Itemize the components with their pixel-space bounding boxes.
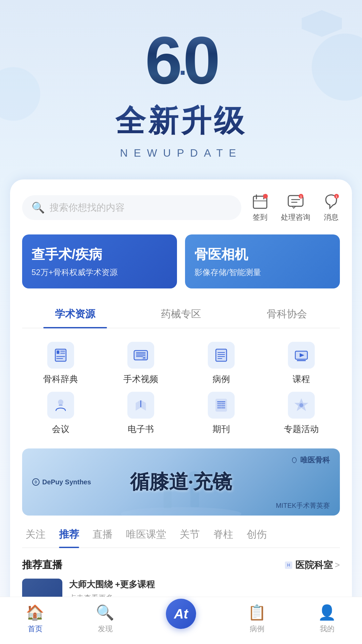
nav-home[interactable]: 🏠 首页 <box>26 604 44 634</box>
journal-icon <box>208 392 235 419</box>
course-icon <box>288 342 315 369</box>
explore-icon: 🔍 <box>96 604 114 621</box>
checkin-icon <box>251 193 269 210</box>
live-title: 大师大围绕 +更多课程 <box>69 579 340 590</box>
at-symbol: At <box>174 606 188 622</box>
grid-item-activity[interactable]: 专题活动 <box>263 392 340 435</box>
ebook-icon <box>127 392 154 419</box>
grid-item-video[interactable]: 手术视频 <box>103 342 180 385</box>
nav-center-button[interactable]: At <box>166 609 196 629</box>
profile-icon: 👤 <box>318 604 336 621</box>
promotion-banner[interactable]: D DePuy Synthes 循膝道·充镜 唯医骨科 MITEK手术菁英赛 <box>22 448 340 516</box>
camera-subtitle: 影像存储/智能测量 <box>194 268 261 277</box>
hospital-title: 医院科室 <box>295 559 333 572</box>
case-icon <box>208 342 235 369</box>
svg-text:H: H <box>287 563 290 568</box>
video-icon <box>127 342 154 369</box>
dict-icon <box>47 342 74 369</box>
version-number: 6.0 <box>0 27 362 94</box>
banner-sub-text: MITEK手术菁英赛 <box>276 501 330 510</box>
icon-grid: 骨科辞典 手术视频 <box>22 342 340 435</box>
tab-pharma[interactable]: 药械专区 <box>128 301 234 328</box>
tab-joint[interactable]: 关节 <box>180 528 200 547</box>
hospital-link[interactable]: > <box>335 560 340 570</box>
grid-item-meeting[interactable]: 会议 <box>22 392 99 435</box>
tab-weiyi[interactable]: 唯医课堂 <box>126 528 166 547</box>
ebook-label: 电子书 <box>128 423 154 435</box>
grid-item-journal[interactable]: 期刊 <box>183 392 260 435</box>
nav-home-label: 首页 <box>28 624 43 634</box>
bottom-navigation: 🏠 首页 🔍 发现 At 📋 病例 👤 我的 <box>0 597 362 644</box>
search-bar[interactable]: 🔍 搜索你想找的内容 <box>22 195 241 220</box>
tab-recommend[interactable]: 推荐 <box>59 528 79 547</box>
header-icons: 签到 1 处理咨询 <box>251 193 340 222</box>
checkin-button[interactable]: 签到 <box>251 193 269 222</box>
svg-point-4 <box>263 194 268 199</box>
grid-item-case[interactable]: 病例 <box>183 342 260 385</box>
checkin-label: 签到 <box>253 212 267 222</box>
banner-art-text: 循膝道·充镜 <box>130 469 232 495</box>
grid-item-ebook[interactable]: 电子书 <box>103 392 180 435</box>
message-icon: 1 <box>322 193 340 210</box>
surgery-subtitle: 52万+骨科权威学术资源 <box>32 268 118 277</box>
tagline-chinese: 全新升级 <box>0 101 362 142</box>
cases-icon: 📋 <box>248 604 266 621</box>
surgery-title: 查手术/疾病 <box>32 245 168 264</box>
activity-label: 专题活动 <box>284 423 319 435</box>
camera-button[interactable]: 骨医相机 影像存储/智能测量 <box>185 234 340 288</box>
nav-profile[interactable]: 👤 我的 <box>318 604 336 634</box>
main-card: 🔍 搜索你想找的内容 签到 <box>10 179 352 615</box>
nav-explore[interactable]: 🔍 发现 <box>96 604 114 634</box>
nav-explore-label: 发现 <box>98 624 113 634</box>
consult-label: 处理咨询 <box>281 212 310 222</box>
category-tabs: 学术资源 药械专区 骨科协会 <box>22 301 340 328</box>
meeting-label: 会议 <box>52 423 69 435</box>
svg-point-50 <box>299 403 303 407</box>
case-label: 病例 <box>213 373 230 385</box>
nav-cases[interactable]: 📋 病例 <box>248 604 266 634</box>
home-icon: 🏠 <box>26 604 44 621</box>
search-icon: 🔍 <box>32 201 45 214</box>
course-label: 课程 <box>293 373 310 385</box>
nav-cases-label: 病例 <box>250 624 264 634</box>
nav-profile-label: 我的 <box>320 624 335 634</box>
camera-title: 骨医相机 <box>194 245 330 264</box>
at-icon[interactable]: At <box>166 599 196 629</box>
tab-trauma[interactable]: 创伤 <box>247 528 267 547</box>
grid-item-course[interactable]: 课程 <box>263 342 340 385</box>
svg-text:1: 1 <box>336 195 337 198</box>
big-buttons-row: 查手术/疾病 52万+骨科权威学术资源 骨医相机 影像存储/智能测量 <box>22 234 340 288</box>
svg-rect-27 <box>216 349 227 361</box>
hero-section: 6.0 全新升级 NEWUPDATE <box>0 0 362 179</box>
tab-academic[interactable]: 学术资源 <box>22 301 128 328</box>
svg-text:1: 1 <box>300 195 302 198</box>
live-section-title: 推荐直播 <box>22 558 62 572</box>
banner-logo-right: 唯医骨科 <box>291 455 330 465</box>
svg-point-37 <box>58 400 63 405</box>
video-label: 手术视频 <box>123 373 158 385</box>
consult-button[interactable]: 1 处理咨询 <box>281 193 310 222</box>
surgery-button[interactable]: 查手术/疾病 52万+骨科权威学术资源 <box>22 234 177 288</box>
search-placeholder-text: 搜索你想找的内容 <box>50 201 125 214</box>
tab-association[interactable]: 骨科协会 <box>234 301 340 328</box>
tagline-english: NEWUPDATE <box>0 147 362 159</box>
svg-rect-40 <box>216 399 227 411</box>
search-row: 🔍 搜索你想找的内容 签到 <box>22 193 340 222</box>
live-section-header: 推荐直播 H 医院科室 > <box>22 558 340 572</box>
svg-rect-14 <box>57 351 59 354</box>
svg-rect-38 <box>59 405 63 406</box>
message-button[interactable]: 1 消息 <box>322 193 340 222</box>
content-tabs: 关注 推荐 直播 唯医课堂 关节 脊柱 创伤 <box>22 528 340 548</box>
tab-follow[interactable]: 关注 <box>25 528 46 547</box>
journal-label: 期刊 <box>213 423 230 435</box>
consult-icon: 1 <box>287 193 304 210</box>
hospital-section-header: H 医院科室 > <box>284 559 340 572</box>
tab-live[interactable]: 直播 <box>93 528 113 547</box>
activity-icon <box>288 392 315 419</box>
meeting-icon <box>47 392 74 419</box>
grid-item-dict[interactable]: 骨科辞典 <box>22 342 99 385</box>
tab-spine[interactable]: 脊柱 <box>213 528 233 547</box>
dict-label: 骨科辞典 <box>43 373 78 385</box>
message-label: 消息 <box>324 212 339 222</box>
svg-point-53 <box>121 507 241 516</box>
